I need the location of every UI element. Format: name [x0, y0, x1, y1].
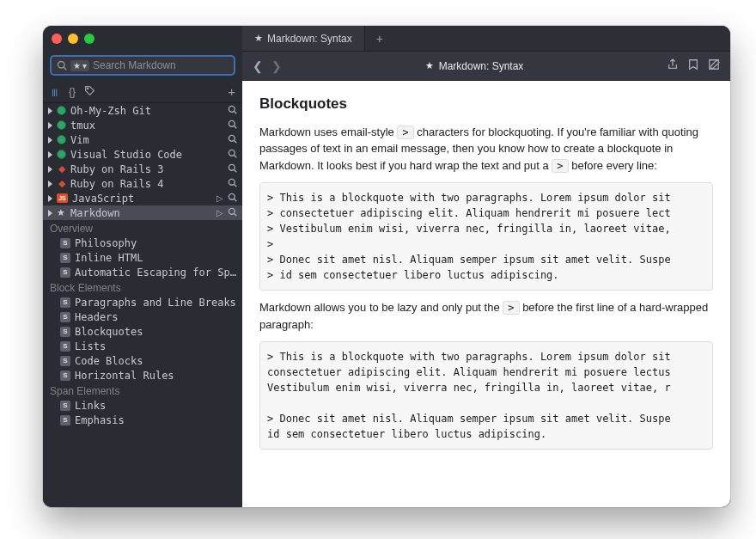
sidebar-item-label: Markdown: [70, 207, 212, 219]
sidebar-item-label: Links: [75, 400, 237, 412]
star-icon: ★: [73, 61, 81, 70]
star-icon: ★: [425, 60, 434, 71]
search-icon[interactable]: [228, 149, 237, 160]
titlebar: [43, 26, 242, 52]
svg-line-4: [235, 112, 237, 114]
search-filter-pill[interactable]: ★ ▾: [70, 60, 89, 71]
article-heading: Blockquotes: [259, 93, 713, 115]
bookmark-button[interactable]: [687, 58, 699, 73]
disclosure-triangle-icon[interactable]: [48, 181, 52, 187]
disclosure-triangle-icon[interactable]: [48, 137, 52, 144]
sidebar-item[interactable]: SParagraphs and Line Breaks: [43, 295, 242, 309]
disclosure-triangle-icon[interactable]: [48, 151, 52, 158]
sidebar-item[interactable]: Oh-My-Zsh Git: [43, 103, 242, 118]
section-list: OverviewSPhilosophySInline HTMLSAutomati…: [43, 220, 242, 427]
svg-line-16: [235, 199, 237, 202]
search-icon[interactable]: [228, 193, 237, 204]
code-block: > This is a blockquote with two paragrap…: [259, 341, 713, 450]
disclosure-triangle-icon[interactable]: [48, 166, 52, 173]
section-icon: S: [60, 312, 70, 322]
forward-button[interactable]: ❯: [271, 59, 282, 73]
sidebar-item[interactable]: SAutomatic Escaping for Specia…: [43, 265, 242, 279]
sidebar-item-label: Headers: [75, 311, 237, 323]
sidebar-item[interactable]: JSJavaScript▷: [43, 191, 242, 205]
search-bar[interactable]: ★ ▾: [50, 55, 235, 76]
sidebar-item[interactable]: SHorizontal Rules: [43, 368, 242, 383]
sidebar-item-label: Code Blocks: [75, 355, 237, 367]
section-icon: S: [60, 267, 70, 278]
sidebar-item[interactable]: SLinks: [43, 398, 242, 413]
inline-code: >: [552, 159, 568, 173]
page-title: ★ Markdown: Syntax: [290, 60, 658, 72]
sidebar-item-label: Horizontal Rules: [75, 370, 237, 382]
sidebar-item-label: Visual Studio Code: [70, 149, 223, 161]
svg-point-3: [229, 106, 235, 112]
search-icon[interactable]: [228, 207, 237, 218]
sidebar-item[interactable]: Vim: [43, 132, 242, 147]
window-minimize-button[interactable]: [68, 34, 78, 44]
library-icon[interactable]: ⫼: [50, 86, 60, 98]
sidebar-item[interactable]: ◆Ruby on Rails 4: [43, 176, 242, 191]
article-content: Blockquotes Markdown uses email-style > …: [242, 81, 730, 507]
sidebar-item[interactable]: tmux: [43, 118, 242, 132]
svg-line-8: [235, 141, 237, 144]
window-close-button[interactable]: [52, 34, 62, 44]
sidebar-item[interactable]: SCode Blocks: [43, 353, 242, 368]
svg-point-0: [58, 62, 65, 69]
inline-code: >: [397, 126, 413, 139]
sidebar-item-label: tmux: [70, 119, 223, 132]
svg-point-15: [229, 193, 235, 199]
inline-code: >: [503, 301, 519, 315]
share-button[interactable]: [667, 58, 679, 73]
svg-line-1: [64, 67, 66, 70]
svg-point-7: [229, 135, 235, 141]
star-icon: ★: [57, 207, 66, 218]
new-tab-button[interactable]: +: [365, 26, 394, 51]
sidebar-item[interactable]: SBlockquotes: [43, 324, 242, 339]
disclosure-triangle-icon[interactable]: [48, 107, 52, 114]
search-input[interactable]: [93, 59, 229, 71]
sidebar: ★ ▾ ⫼ {} + Oh-My-Zsh GittmuxVimVisual St…: [43, 26, 242, 507]
search-icon[interactable]: [228, 178, 237, 189]
svg-point-11: [229, 164, 235, 170]
sidebar-item[interactable]: SLists: [43, 339, 242, 353]
search-icon[interactable]: [228, 134, 237, 145]
sidebar-item-label: Oh-My-Zsh Git: [70, 105, 223, 117]
sidebar-item[interactable]: SHeaders: [43, 309, 242, 324]
filter-toolbar: ⫼ {} +: [43, 81, 242, 103]
sidebar-item-label: Emphasis: [75, 414, 237, 426]
ruby-icon: ◆: [57, 179, 66, 188]
svg-line-12: [235, 170, 237, 173]
sidebar-item[interactable]: ◆Ruby on Rails 3: [43, 162, 242, 176]
sidebar-item[interactable]: SEmphasis: [43, 413, 242, 427]
tag-icon[interactable]: [84, 85, 95, 99]
window-zoom-button[interactable]: [84, 34, 94, 44]
section-icon: S: [60, 415, 70, 426]
sidebar-item-label: Vim: [70, 134, 223, 146]
add-button[interactable]: +: [228, 84, 235, 99]
section-icon: S: [60, 238, 70, 248]
sidebar-item-label: Ruby on Rails 3: [70, 163, 223, 175]
circle-icon: [57, 135, 66, 144]
disclosure-triangle-icon[interactable]: [48, 210, 52, 217]
sidebar-item[interactable]: SPhilosophy: [43, 236, 242, 250]
search-icon[interactable]: [228, 105, 237, 116]
tab-markdown-syntax[interactable]: ★ Markdown: Syntax: [242, 26, 365, 51]
braces-icon[interactable]: {}: [69, 86, 76, 98]
edit-button[interactable]: [708, 58, 720, 73]
sidebar-item[interactable]: Visual Studio Code: [43, 147, 242, 162]
circle-icon: [57, 106, 66, 115]
disclosure-triangle-icon[interactable]: [48, 122, 52, 129]
js-icon: JS: [57, 193, 68, 203]
disclosure-triangle-icon[interactable]: [48, 195, 52, 202]
article-paragraph: Markdown allows you to be lazy and only …: [259, 299, 713, 333]
search-icon[interactable]: [228, 119, 237, 131]
search-icon[interactable]: [228, 163, 237, 175]
sidebar-item[interactable]: SInline HTML: [43, 250, 242, 265]
search-icon: [57, 60, 67, 70]
section-icon: S: [60, 401, 70, 411]
circle-icon: [57, 150, 66, 159]
back-button[interactable]: ❮: [253, 59, 263, 73]
article-paragraph: Markdown uses email-style > characters f…: [259, 124, 713, 175]
sidebar-item[interactable]: ★Markdown▷: [43, 205, 242, 220]
